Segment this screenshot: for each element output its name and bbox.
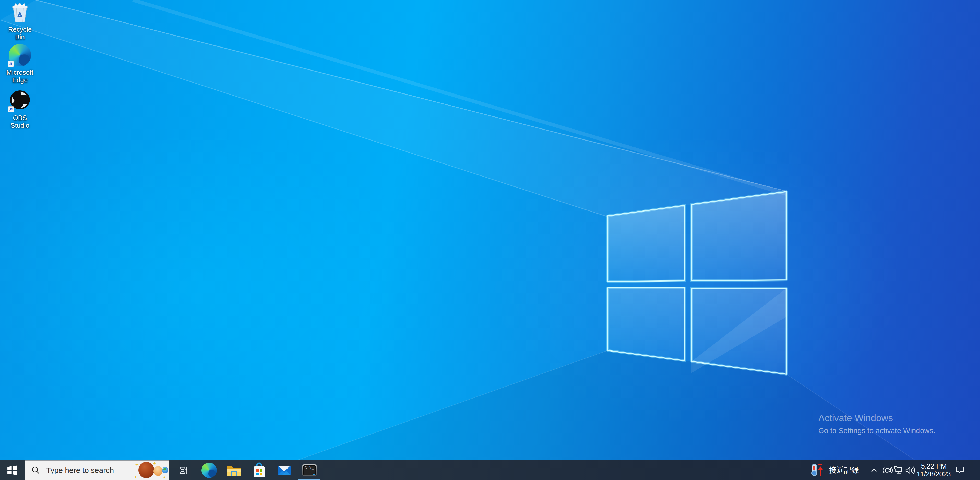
activate-windows-watermark: Activate Windows Go to Settings to activ… [818,413,935,435]
command-prompt-progress [313,474,315,475]
thermometer-icon [812,464,817,474]
earth-icon [162,467,168,474]
network-wired-icon [893,466,904,475]
action-center-button[interactable] [954,460,966,480]
wallpaper-windows-logo [0,0,980,480]
desktop-icon-label: Recycle Bin [3,26,36,41]
desktop-icon-recycle-bin[interactable]: Recycle Bin [3,2,36,41]
start-button[interactable] [0,460,24,480]
active-app-indicator [299,479,320,480]
taskbar-store-button[interactable] [247,460,272,480]
speaker-volume-icon [905,466,916,475]
shortcut-arrow-icon [8,61,14,67]
desktop-icon-label: Microsoft Edge [3,69,36,84]
sparkle-icon [135,463,138,466]
search-icon [32,466,40,475]
red-up-arrow-icon [817,463,824,477]
search-input[interactable] [46,466,132,475]
taskbar-file-explorer-button[interactable] [222,460,247,480]
taskbar-edge-button[interactable] [197,460,222,480]
meet-now-camera-icon [883,466,893,475]
network-button[interactable] [893,460,904,480]
task-view-icon [179,466,188,475]
meet-now-button[interactable] [883,460,893,480]
sparkle-icon [163,476,166,479]
desktop-icon-label: OBS Studio [3,114,36,129]
windows-desktop: Recycle Bin Microsoft Edge OBS [0,0,980,480]
hidden-icons-button[interactable] [869,460,879,480]
windows-start-icon [7,466,18,475]
watermark-title: Activate Windows [818,413,935,424]
sparkle-icon [153,461,156,465]
microsoft-store-icon [252,462,266,478]
moon-planet-icon [153,466,163,476]
action-center-icon [955,466,965,475]
clock-date: 11/28/2023 [917,470,951,478]
file-explorer-icon [226,463,242,477]
mail-icon [277,463,291,477]
taskbar-mail-button[interactable] [272,460,297,480]
taskbar-clock[interactable]: 5:22 PM 11/28/2023 [917,460,950,480]
volume-button[interactable] [904,460,916,480]
shortcut-arrow-icon [8,106,14,112]
sparkle-icon [134,476,137,478]
tray-thermometer-icon[interactable] [811,460,823,480]
taskbar-search-box[interactable] [24,460,169,480]
command-prompt-icon: C:\_ [302,464,317,476]
taskbar: C:\_ 接近記録 [0,460,980,480]
watermark-subtitle: Go to Settings to activate Windows. [818,427,935,435]
taskbar-command-prompt-button[interactable]: C:\_ [297,460,322,480]
desktop-icon-microsoft-edge[interactable]: Microsoft Edge [3,44,36,84]
chevron-up-icon [870,466,878,474]
edge-icon [202,462,217,478]
task-view-button[interactable] [171,460,196,480]
recycle-bin-icon [10,2,30,22]
clock-time: 5:22 PM [921,462,947,470]
search-highlight-planets[interactable] [133,461,169,480]
mars-planet-icon [138,462,154,478]
desktop-icon-obs-studio[interactable]: OBS Studio [3,89,36,129]
tray-app-label[interactable]: 接近記録 [827,460,861,480]
